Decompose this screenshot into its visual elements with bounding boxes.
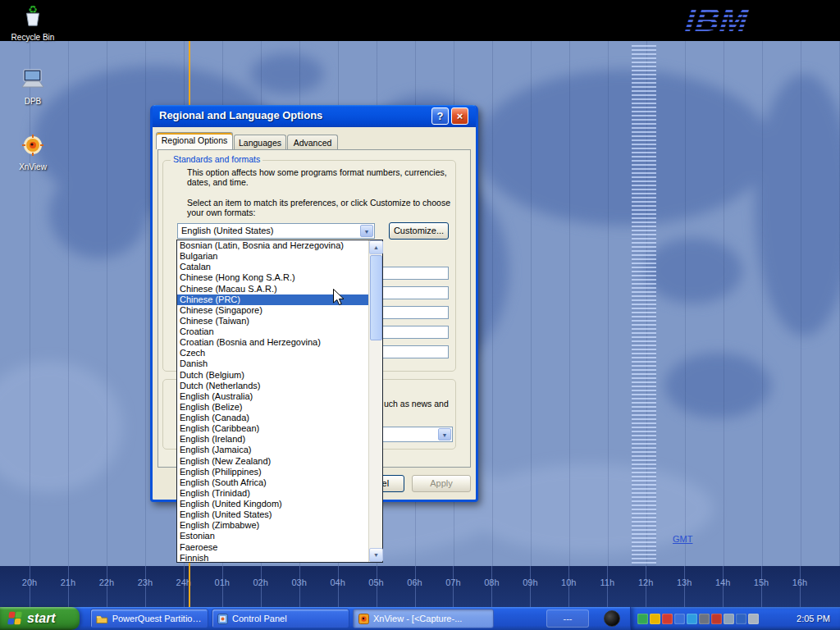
hatched-meridian-band bbox=[632, 45, 656, 566]
timezone-label: 01h bbox=[209, 578, 235, 587]
control-panel-icon bbox=[217, 614, 228, 624]
timezone-label: 07h bbox=[440, 578, 466, 587]
timezone-label: 11h bbox=[594, 578, 620, 587]
taskbar-dark-app-icon[interactable] bbox=[604, 610, 620, 627]
folder-icon bbox=[96, 614, 108, 624]
tray-icon-9[interactable] bbox=[736, 614, 746, 624]
language-dropdown-list: Bosnian (Latin, Bosnia and Herzegovina)B… bbox=[176, 240, 383, 563]
timezone-label: 20h bbox=[16, 578, 43, 587]
language-option[interactable]: Faeroese bbox=[177, 542, 369, 553]
language-option[interactable]: Chinese (Taiwan) bbox=[177, 316, 369, 326]
taskbar-button-control-panel[interactable]: Control Panel bbox=[212, 609, 349, 628]
language-option[interactable]: Estonian bbox=[177, 531, 369, 541]
desktop-icon-label: Recycle Bin bbox=[3, 33, 62, 42]
tray-icon-10[interactable] bbox=[748, 614, 759, 624]
scrollbar-thumb[interactable] bbox=[370, 255, 382, 340]
tray-icon-6[interactable] bbox=[699, 614, 710, 624]
start-button-label: start bbox=[27, 611, 56, 626]
dialog-titlebar[interactable]: Regional and Language Options ? × bbox=[153, 105, 476, 127]
desktop-icon-recycle-bin[interactable]: ♻ Recycle Bin bbox=[3, 3, 62, 42]
language-option[interactable]: Danish bbox=[177, 358, 369, 369]
language-option[interactable]: Croatian (Bosnia and Herzegovina) bbox=[177, 337, 369, 348]
scroll-up-button[interactable]: ▲ bbox=[369, 240, 383, 254]
laptop-icon bbox=[20, 67, 46, 95]
system-tray: 2:05 PM bbox=[630, 607, 840, 630]
svg-text:♻: ♻ bbox=[28, 3, 38, 16]
language-option[interactable]: Catalan bbox=[177, 262, 369, 272]
language-option[interactable]: English (Australia) bbox=[177, 391, 369, 402]
scroll-down-button[interactable]: ▼ bbox=[369, 548, 383, 562]
standards-description-line1: This option affects how some programs fo… bbox=[187, 167, 447, 177]
language-option[interactable]: English (Ireland) bbox=[177, 434, 369, 445]
desktop-icon-xnview[interactable]: XnView bbox=[3, 133, 62, 171]
dialog-title: Regional and Language Options bbox=[159, 109, 322, 121]
taskbar-button-label: PowerQuest Partition... bbox=[112, 614, 203, 623]
timezone-label: 04h bbox=[325, 578, 351, 587]
language-option[interactable]: English (Jamaica) bbox=[177, 445, 369, 455]
standards-instruction-line1: Select an item to match its preferences,… bbox=[187, 198, 450, 208]
desktop: 20h21h22h23h24h01h02h03h04h05h06h07h08h0… bbox=[0, 0, 840, 630]
language-option[interactable]: English (Philippines) bbox=[177, 467, 369, 477]
close-button[interactable]: × bbox=[451, 107, 468, 125]
timezone-label: 02h bbox=[248, 578, 274, 587]
language-option[interactable]: English (Belize) bbox=[177, 402, 369, 413]
taskbar-button-xnview[interactable]: XnView - [<Capture-... bbox=[353, 609, 494, 628]
language-option[interactable]: Chinese (Singapore) bbox=[177, 305, 369, 316]
timezone-label: 24h bbox=[171, 578, 197, 587]
language-option[interactable]: English (New Zealand) bbox=[177, 456, 369, 467]
timezone-label: 16h bbox=[787, 578, 813, 587]
tab-advanced[interactable]: Advanced bbox=[287, 135, 338, 149]
language-option[interactable]: Czech bbox=[177, 348, 369, 358]
language-option[interactable]: Croatian bbox=[177, 326, 369, 337]
desktop-icon-dpb[interactable]: DPB bbox=[3, 67, 62, 106]
format-combobox-value: English (United States) bbox=[181, 226, 274, 235]
location-text-fragment: uch as news and bbox=[384, 399, 449, 409]
timezone-label: 21h bbox=[55, 578, 81, 587]
language-option[interactable]: English (United Kingdom) bbox=[177, 499, 369, 509]
timezone-label: 15h bbox=[748, 578, 774, 587]
tab-regional-options[interactable]: Regional Options bbox=[156, 132, 233, 149]
desktop-icon-label: XnView bbox=[3, 162, 62, 171]
list-scrollbar[interactable]: ▲ ▼ bbox=[368, 240, 382, 562]
language-option[interactable]: Bosnian (Latin, Bosnia and Herzegovina) bbox=[177, 240, 369, 251]
language-option[interactable]: Bulgarian bbox=[177, 251, 369, 262]
language-option[interactable]: Finnish bbox=[177, 553, 369, 562]
help-button[interactable]: ? bbox=[431, 107, 449, 125]
apply-button: Apply bbox=[412, 475, 471, 492]
tray-icon-5[interactable] bbox=[687, 614, 697, 624]
taskbar-toolbar[interactable]: --- bbox=[546, 609, 589, 628]
tray-icon-4[interactable] bbox=[674, 614, 685, 624]
taskbar-clock[interactable]: 2:05 PM bbox=[797, 614, 840, 623]
timezone-label: 03h bbox=[286, 578, 313, 587]
language-option[interactable]: English (Caribbean) bbox=[177, 423, 369, 434]
start-button[interactable]: start bbox=[0, 607, 80, 630]
chevron-down-icon[interactable]: ▼ bbox=[360, 225, 373, 237]
tray-icon-1[interactable] bbox=[637, 614, 648, 624]
language-option[interactable]: English (Zimbabwe) bbox=[177, 520, 369, 531]
chevron-down-icon[interactable]: ▼ bbox=[438, 428, 451, 441]
timezone-label: 13h bbox=[671, 578, 697, 587]
timezone-label: 10h bbox=[555, 578, 582, 587]
tray-icon-7[interactable] bbox=[711, 614, 722, 624]
language-option[interactable]: English (Trinidad) bbox=[177, 488, 369, 499]
tray-icons bbox=[637, 614, 759, 624]
recycle-bin-icon: ♻ bbox=[21, 3, 45, 31]
customize-button[interactable]: Customize... bbox=[389, 222, 449, 240]
timezone-label: 22h bbox=[94, 578, 120, 587]
standards-group-caption: Standards and formats bbox=[171, 154, 262, 164]
language-option[interactable]: English (Canada) bbox=[177, 413, 369, 423]
language-option[interactable]: Dutch (Netherlands) bbox=[177, 381, 369, 391]
timezone-label: 05h bbox=[363, 578, 390, 587]
tray-icon-8[interactable] bbox=[724, 614, 734, 624]
language-option[interactable]: Chinese (Hong Kong S.A.R.) bbox=[177, 272, 369, 283]
standards-description-line2: dates, and time. bbox=[187, 177, 249, 187]
language-option[interactable]: English (United States) bbox=[177, 509, 369, 520]
language-option[interactable]: Dutch (Belgium) bbox=[177, 370, 369, 381]
tray-icon-3[interactable] bbox=[662, 614, 673, 624]
tray-icon-2[interactable] bbox=[650, 614, 660, 624]
format-combobox[interactable]: English (United States) ▼ bbox=[177, 223, 375, 239]
timezone-label: 14h bbox=[710, 578, 736, 587]
language-option[interactable]: English (South Africa) bbox=[177, 477, 369, 488]
taskbar-button-powerquest[interactable]: PowerQuest Partition... bbox=[90, 609, 208, 628]
tab-languages[interactable]: Languages bbox=[234, 135, 286, 149]
